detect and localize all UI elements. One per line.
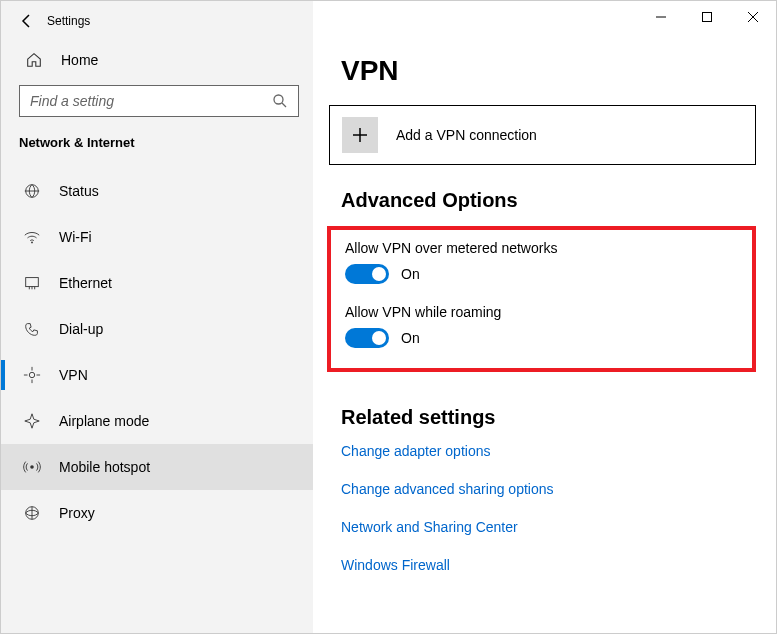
sidebar-section-title: Network & Internet [1, 135, 313, 168]
link-network-center[interactable]: Network and Sharing Center [313, 519, 776, 535]
sidebar-item-wifi[interactable]: Wi-Fi [1, 214, 313, 260]
sidebar-item-status[interactable]: Status [1, 168, 313, 214]
svg-point-4 [31, 242, 33, 244]
toggle-roaming[interactable] [345, 328, 389, 348]
svg-point-0 [274, 95, 283, 104]
sidebar-item-airplane[interactable]: Airplane mode [1, 398, 313, 444]
window-title-row: Settings [1, 1, 313, 37]
home-icon [25, 51, 43, 69]
svg-point-9 [29, 372, 34, 377]
toggle-roaming-state: On [401, 330, 420, 346]
search-icon [272, 93, 288, 109]
sidebar-item-vpn[interactable]: VPN [1, 352, 313, 398]
svg-rect-18 [703, 13, 712, 22]
add-vpn-label: Add a VPN connection [396, 127, 537, 143]
hotspot-icon [23, 458, 41, 476]
svg-line-1 [282, 103, 286, 107]
maximize-button[interactable] [684, 1, 730, 33]
sidebar: Settings Home Find a setting Network & I… [1, 1, 313, 633]
dialup-icon [23, 320, 41, 338]
ethernet-icon [23, 274, 41, 292]
link-firewall[interactable]: Windows Firewall [313, 557, 776, 573]
sidebar-item-dialup[interactable]: Dial-up [1, 306, 313, 352]
wifi-icon [23, 228, 41, 246]
airplane-icon [23, 412, 41, 430]
home-nav[interactable]: Home [1, 37, 313, 79]
window-controls [313, 1, 776, 33]
back-arrow-icon[interactable] [15, 9, 39, 33]
search-input[interactable]: Find a setting [19, 85, 299, 117]
window-title: Settings [47, 14, 90, 28]
sidebar-item-hotspot[interactable]: Mobile hotspot [1, 444, 313, 490]
search-placeholder: Find a setting [30, 93, 114, 109]
sidebar-item-ethernet[interactable]: Ethernet [1, 260, 313, 306]
advanced-options-heading: Advanced Options [313, 183, 776, 226]
highlight-box: Allow VPN over metered networks On Allow… [327, 226, 756, 372]
link-sharing-options[interactable]: Change advanced sharing options [313, 481, 776, 497]
sidebar-item-proxy[interactable]: Proxy [1, 490, 313, 536]
related-settings-heading: Related settings [313, 400, 776, 443]
option-roaming-label: Allow VPN while roaming [345, 304, 738, 320]
link-adapter-options[interactable]: Change adapter options [313, 443, 776, 459]
proxy-icon [23, 504, 41, 522]
status-icon [23, 182, 41, 200]
main-panel: VPN Add a VPN connection Advanced Option… [313, 1, 776, 633]
vpn-icon [23, 366, 41, 384]
toggle-metered-state: On [401, 266, 420, 282]
add-vpn-button[interactable]: Add a VPN connection [329, 105, 756, 165]
option-metered-label: Allow VPN over metered networks [345, 240, 738, 256]
home-label: Home [61, 52, 98, 68]
page-title: VPN [313, 33, 776, 105]
minimize-button[interactable] [638, 1, 684, 33]
plus-icon [342, 117, 378, 153]
close-button[interactable] [730, 1, 776, 33]
svg-rect-5 [26, 278, 39, 287]
toggle-metered[interactable] [345, 264, 389, 284]
svg-point-14 [30, 465, 34, 469]
